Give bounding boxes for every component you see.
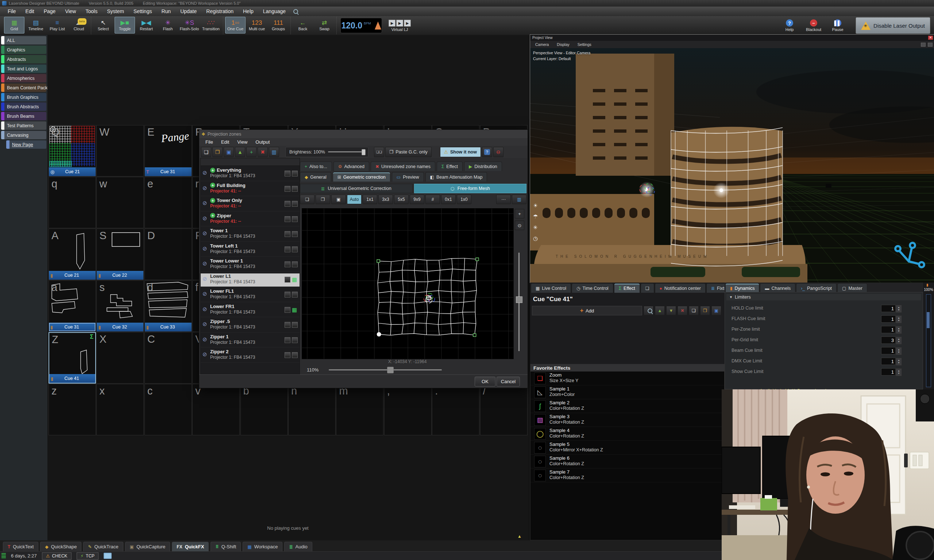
zone-row-zipper[interactable]: ⊘+ZipperProjector 41: --	[201, 213, 299, 227]
spinner-arrows[interactable]: ▲▼	[896, 305, 902, 313]
limiter-value[interactable]: 3	[881, 337, 896, 344]
favorite-effect-sample-1[interactable]: ◺Sample 1Zoom+Color	[530, 385, 724, 399]
favorite-effect-sample-2[interactable]: ʃSample 2Color+Rotation Z	[530, 399, 724, 413]
delete-button[interactable]: ✖	[257, 147, 268, 157]
spinner-arrows[interactable]: ▲▼	[896, 326, 902, 334]
move-down-button[interactable]: ▼	[666, 306, 676, 315]
tab-quickfx[interactable]: FXQuickFX	[172, 542, 209, 551]
mesh-grid-1x0[interactable]: 1x0	[457, 195, 472, 204]
tab-q-shift[interactable]: ⠿Q-Shift	[211, 542, 241, 551]
mesh-grid-3x3[interactable]: 3x3	[378, 195, 393, 204]
flash-button[interactable]: ✳Flash	[157, 17, 178, 34]
cue-cell-q[interactable]: q	[49, 177, 96, 228]
cue-cell-E[interactable]: PangeETCue 31	[145, 125, 192, 177]
zone-checkbox[interactable]	[285, 246, 290, 252]
gauge-icon[interactable]: ☂	[533, 213, 538, 220]
dyn-tab-channels[interactable]: ▬Channels	[760, 283, 795, 293]
cue-cell-b[interactable]: b	[240, 384, 288, 435]
zone-checkbox[interactable]	[292, 171, 298, 177]
sun-icon[interactable]: ☀	[533, 202, 538, 209]
spinner-arrows[interactable]: ▲▼	[896, 337, 902, 345]
limiter-spinner[interactable]: 1▲▼	[881, 326, 902, 334]
menu-run[interactable]: Run	[157, 8, 176, 14]
sidebar-item-new-page[interactable]: New Page	[6, 140, 46, 149]
mesh-grid-#[interactable]: #	[425, 195, 440, 204]
cue-cell-a[interactable]: a▮Cue 31	[49, 280, 96, 332]
dialog-title-bar[interactable]: ❖ Projection zones	[199, 130, 527, 138]
cue-cell-e[interactable]: e	[145, 177, 192, 228]
tab-quicktext[interactable]: TQuickText	[3, 542, 38, 551]
limiters-section-header[interactable]: ▼Limiters	[726, 294, 921, 300]
cue-cell-,[interactable]: ,	[384, 384, 432, 435]
zone-row-zipper-2[interactable]: ⊘Zipper 2Projector 1: FB4 15473	[201, 349, 299, 363]
zone-checkbox[interactable]	[292, 337, 298, 343]
subtab-universal-geometric-correction[interactable]: ≣Universal Geometric Correction	[300, 184, 413, 193]
sidebar-item-abstracts[interactable]: Abstracts	[1, 55, 46, 63]
close-icon[interactable]: ✕	[928, 36, 933, 40]
pan-icon[interactable]: +	[515, 209, 524, 218]
tab-geometric-correction[interactable]: ⊞Geometric correction	[333, 172, 390, 182]
search-button[interactable]	[644, 306, 653, 315]
add-effect-button[interactable]: +Add	[532, 306, 642, 315]
more-options-button[interactable]: ⋯	[496, 195, 511, 204]
play-list-button[interactable]: ≡Play List	[47, 17, 68, 34]
menu-tools[interactable]: Tools	[81, 8, 102, 14]
sidebar-item-graphics[interactable]: Graphics	[1, 46, 46, 54]
split-view-button[interactable]: ▥	[512, 195, 527, 204]
limiter-spinner[interactable]: 1▲▼	[881, 347, 902, 355]
zone-row-tower-1[interactable]: ⊘Tower 1Projector 1: FB4 15473	[201, 228, 299, 242]
one-cue-button[interactable]: 1▫▫One Cue	[225, 17, 245, 34]
select-button[interactable]: ↖Select	[93, 17, 114, 34]
tab-also-to-[interactable]: +Also to...	[300, 162, 332, 171]
pv-menu-camera[interactable]: Camera	[532, 42, 552, 47]
favorite-effect-sample-3[interactable]: ▨Sample 3Color+Rotation Z	[530, 413, 724, 427]
new-effect-button[interactable]: ❏	[689, 306, 699, 315]
tab-preview[interactable]: ▭Preview	[392, 172, 424, 182]
bpm-display[interactable]: 120.0BPM	[341, 18, 382, 33]
timeline-button[interactable]: ▤Timeline	[26, 17, 46, 34]
menu-language[interactable]: Language	[258, 8, 290, 14]
project-view-title-bar[interactable]: Project View ✕	[530, 35, 934, 41]
mesh-grid-auto[interactable]: Auto	[347, 195, 362, 204]
canvas-zoom-handle[interactable]	[516, 296, 522, 303]
cue-cell-w[interactable]: w	[96, 177, 144, 228]
mesh-grid-9x9[interactable]: 9x9	[410, 195, 424, 204]
zone-checkbox[interactable]	[292, 201, 298, 207]
menu-update[interactable]: Update	[176, 8, 201, 14]
sidebar-item-test-patterns[interactable]: Test Patterns	[1, 122, 46, 130]
export-button[interactable]: ▲	[235, 147, 245, 157]
tcp-button[interactable]: ⚡TCP	[77, 552, 99, 560]
new-mesh-button[interactable]: ❏	[300, 195, 314, 204]
panel-tab-document[interactable]: ❏	[641, 283, 654, 293]
sidebar-item-beam-content-pack[interactable]: Beam Content Pack	[1, 83, 46, 92]
sidebar-item-brush-abstracts[interactable]: Brush Abstracts	[1, 102, 46, 111]
zone-row-zipper-1[interactable]: ⊘Zipper 1Projector 1: FB4 15473	[201, 334, 299, 348]
spinner-arrows[interactable]: ▲▼	[896, 358, 902, 366]
panel-button[interactable]: ▥	[269, 147, 279, 157]
flash-solo-button[interactable]: ✳SFlash-Solo	[179, 17, 200, 34]
monitor-icon[interactable]	[103, 553, 112, 559]
favorite-effect-sample-7[interactable]: ◌Sample 7Color+Rotation Z	[530, 468, 724, 482]
new-file-button[interactable]: ❏	[201, 147, 211, 157]
brightness-slider[interactable]	[328, 151, 364, 152]
cue-cell-.[interactable]: .	[432, 384, 479, 435]
zone-checkbox[interactable]	[285, 171, 290, 177]
dialog-menu-file[interactable]: File	[201, 139, 217, 145]
grid-button[interactable]: ▦Grid	[4, 17, 25, 34]
limiter-spinner[interactable]: 3▲▼	[881, 337, 902, 345]
check-button[interactable]: ⚠CHECK	[42, 552, 71, 560]
add-button[interactable]: +	[246, 147, 256, 157]
grid-enabled-icon[interactable]: ▦	[292, 307, 298, 313]
spinner-arrows[interactable]: ▲▼	[896, 347, 902, 355]
favorite-effect-zoom[interactable]: ❏ZoomSize X+Size Y	[530, 372, 724, 385]
cue-cell-/[interactable]: /	[480, 384, 527, 435]
pv-toolbar-icon[interactable]	[928, 43, 932, 47]
zone-checkbox[interactable]	[292, 322, 298, 328]
move-up-button[interactable]: ▲	[655, 306, 665, 315]
zone-checkbox[interactable]	[285, 216, 290, 222]
groups-button[interactable]: 111Groups	[268, 17, 288, 34]
play-icon[interactable]: ▶	[388, 20, 396, 27]
panel-tab-time-control[interactable]: ◷Time Control	[572, 283, 613, 293]
zone-row-tower-lower-1[interactable]: ⊘Tower Lower 1Projector 1: FB4 15473	[201, 258, 299, 272]
sidebar-item-brush-graphics[interactable]: Brush Graphics	[1, 93, 46, 102]
